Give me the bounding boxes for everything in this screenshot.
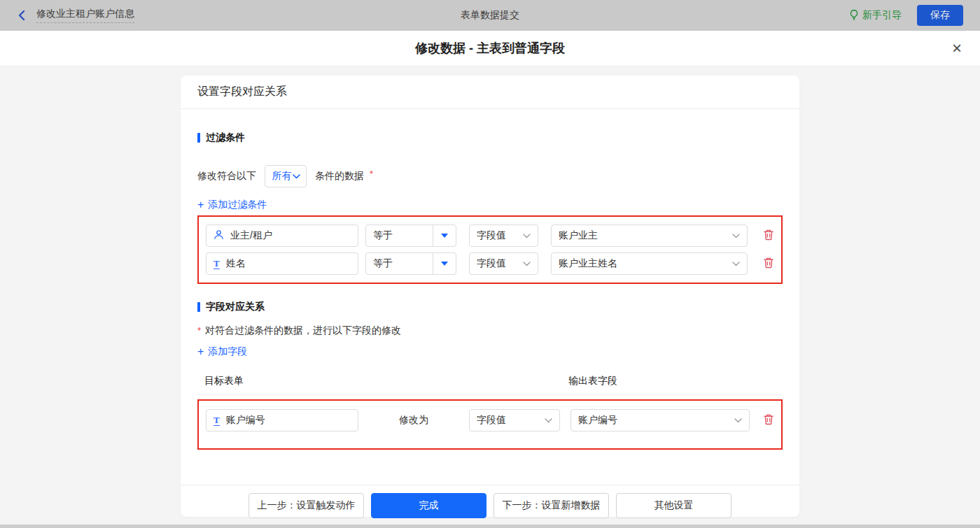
filter-section-title: 过滤条件 <box>197 131 783 144</box>
chevron-down-icon <box>545 418 552 423</box>
mapping-value: 账户编号 <box>578 414 617 427</box>
required-asterisk: * <box>197 325 201 336</box>
workflow-name[interactable]: 修改业主租户账户信息 <box>36 8 134 23</box>
filter-value: 账户业主姓名 <box>559 257 617 270</box>
mapping-row-highlight-box: T 账户编号 修改为 字段值 账户编号 <box>197 399 783 450</box>
close-icon[interactable]: × <box>952 40 962 57</box>
page-bottom-strip <box>0 525 980 528</box>
add-filter-condition-label: 添加过滤条件 <box>208 199 267 211</box>
filter-field-select[interactable]: T 姓名 <box>206 252 358 275</box>
page-title: 表单数据提交 <box>0 9 980 22</box>
mapping-row: T 账户编号 修改为 字段值 账户编号 <box>206 409 774 431</box>
mapping-section-title: 字段对应关系 <box>197 301 783 313</box>
mapping-column-headers: 目标表单 输出表字段 <box>197 375 783 387</box>
filter-operator-value: 等于 <box>366 257 433 270</box>
divider <box>197 394 783 395</box>
mapping-value-type-select[interactable]: 字段值 <box>469 409 560 431</box>
trash-icon <box>763 229 774 243</box>
dialog-footer: 上一步：设置触发动作 完成 下一步：设置新增数据 其他设置 <box>181 485 799 525</box>
filter-value-select[interactable]: 账户业主姓名 <box>551 252 748 275</box>
modify-to-label: 修改为 <box>399 414 428 427</box>
filter-field-value: 姓名 <box>226 257 246 270</box>
caret-down-icon <box>433 225 456 246</box>
chevron-down-icon <box>732 234 740 238</box>
filter-value-type: 字段值 <box>477 229 506 242</box>
card-title: 设置字段对应关系 <box>181 76 799 109</box>
filter-value-type-select[interactable]: 字段值 <box>469 252 538 275</box>
output-field-header: 输出表字段 <box>568 375 617 387</box>
other-settings-button[interactable]: 其他设置 <box>616 493 732 518</box>
filter-operator-select[interactable]: 等于 <box>365 224 456 247</box>
filter-value-select[interactable]: 账户业主 <box>551 224 748 247</box>
dialog-header: 修改数据 - 主表到普通字段 × <box>0 31 980 66</box>
user-icon <box>214 229 224 242</box>
filter-row: 业主/租户 等于 字段值 账户业 <box>206 224 774 247</box>
chevron-down-icon <box>293 174 300 179</box>
filter-field-value: 业主/租户 <box>230 229 272 242</box>
mapping-field-value: 账户编号 <box>226 414 265 427</box>
required-asterisk: * <box>370 169 373 179</box>
section-accent-bar <box>197 133 200 143</box>
beginner-guide-label: 新手引导 <box>862 9 902 22</box>
back-chevron-icon <box>17 10 27 21</box>
condition-prefix: 修改符合以下 <box>197 170 256 183</box>
filter-row: T 姓名 等于 字段值 <box>206 252 774 275</box>
add-filter-condition-link[interactable]: + 添加过滤条件 <box>197 199 267 211</box>
save-button[interactable]: 保存 <box>917 5 963 26</box>
filter-operator-value: 等于 <box>366 229 433 242</box>
match-mode-value: 所有 <box>271 170 293 183</box>
back-button[interactable] <box>17 10 27 21</box>
condition-line: 修改符合以下 所有 条件的数据 * <box>197 165 783 187</box>
lightbulb-icon <box>849 9 859 22</box>
field-mapping-card: 设置字段对应关系 过滤条件 修改符合以下 所有 条件的数据 * + <box>181 76 799 517</box>
mapping-value-select[interactable]: 账户编号 <box>570 409 750 431</box>
trash-icon <box>763 413 774 427</box>
filter-rows-highlight-box: 业主/租户 等于 字段值 账户业 <box>197 215 783 284</box>
plus-icon: + <box>197 200 204 210</box>
section-accent-bar <box>197 302 200 312</box>
next-step-button[interactable]: 下一步：设置新增数据 <box>493 493 609 518</box>
target-form-header: 目标表单 <box>204 375 244 387</box>
delete-row-button[interactable] <box>763 229 774 243</box>
add-field-link[interactable]: + 添加字段 <box>197 345 247 358</box>
filter-value-type: 字段值 <box>477 257 506 270</box>
caret-down-icon <box>433 253 456 274</box>
modify-data-dialog: 修改数据 - 主表到普通字段 × 设置字段对应关系 过滤条件 修改符合以下 所有… <box>0 31 980 525</box>
text-field-icon: T <box>214 259 220 269</box>
chevron-down-icon <box>523 234 531 238</box>
mapping-description: * 对符合过滤条件的数据，进行以下字段的修改 <box>197 324 783 337</box>
trash-icon <box>763 257 774 271</box>
chevron-down-icon <box>732 262 740 266</box>
plus-icon: + <box>197 347 204 357</box>
beginner-guide-link[interactable]: 新手引导 <box>849 9 902 22</box>
filter-value-type-select[interactable]: 字段值 <box>469 224 538 247</box>
mapping-value-type: 字段值 <box>477 414 506 427</box>
filter-field-select[interactable]: 业主/租户 <box>206 224 358 247</box>
filter-operator-select[interactable]: 等于 <box>365 252 456 275</box>
chevron-down-icon <box>523 262 531 266</box>
prev-step-button[interactable]: 上一步：设置触发动作 <box>248 493 364 518</box>
text-field-icon: T <box>214 415 220 426</box>
mapping-field-select[interactable]: T 账户编号 <box>206 409 358 431</box>
top-navigation-bar: 修改业主租户账户信息 表单数据提交 新手引导 保存 <box>0 0 980 31</box>
match-mode-select[interactable]: 所有 <box>265 165 307 187</box>
condition-suffix: 条件的数据 <box>315 170 364 183</box>
done-button[interactable]: 完成 <box>371 493 486 518</box>
delete-row-button[interactable] <box>763 257 774 271</box>
add-field-label: 添加字段 <box>208 345 247 358</box>
chevron-down-icon <box>734 418 742 423</box>
delete-row-button[interactable] <box>763 413 774 427</box>
dialog-title: 修改数据 - 主表到普通字段 <box>415 40 565 57</box>
filter-value: 账户业主 <box>559 229 598 242</box>
